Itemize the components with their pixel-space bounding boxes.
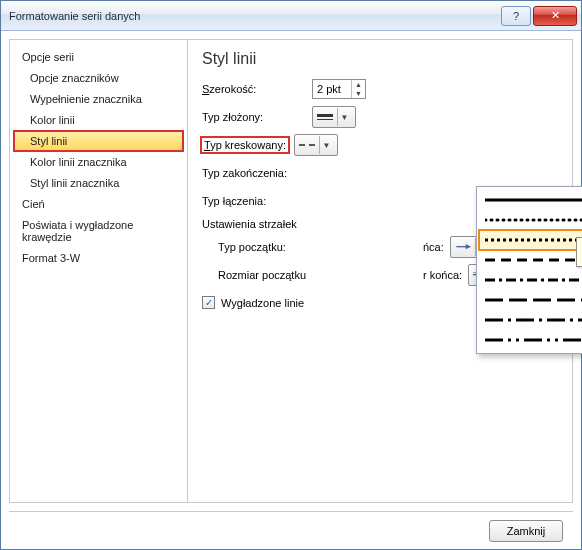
end-type-label-partial: ńca:: [423, 241, 444, 253]
panel-heading: Styl linii: [202, 50, 558, 68]
compound-type-combo[interactable]: ▼: [312, 106, 356, 128]
arrow-end-preview-icon: [455, 244, 471, 249]
dash-option-tooltip: Kwadratowa kropka: [576, 237, 582, 267]
nav-item-styl-linii[interactable]: Styl linii: [14, 131, 183, 151]
row-dash: Typ kreskowany: ▼: [202, 134, 558, 156]
nav-item-kolor-linii[interactable]: Kolor linii: [14, 110, 183, 130]
window-title: Formatowanie serii danych: [9, 10, 499, 22]
join-label: Typ łączenia:: [202, 195, 312, 207]
smoothed-label: Wygładzone linie: [221, 297, 304, 309]
close-button[interactable]: Zamknij: [489, 520, 563, 542]
dash-preview-icon: [299, 144, 315, 146]
dialog-body: Opcje serii Opcje znaczników Wypełnienie…: [1, 31, 581, 511]
cap-label: Typ zakończenia:: [202, 167, 312, 179]
nav-item-kolor-linii-znacznika[interactable]: Kolor linii znacznika: [14, 152, 183, 172]
spinner-up-icon[interactable]: ▲: [352, 80, 365, 89]
dash-option-long-dash-dot[interactable]: [480, 311, 582, 329]
width-spinner[interactable]: 2 pkt ▲ ▼: [312, 79, 366, 99]
help-icon: ?: [513, 10, 519, 22]
help-button[interactable]: ?: [501, 6, 531, 26]
category-nav: Opcje serii Opcje znaczników Wypełnienie…: [9, 39, 187, 503]
smoothed-checkbox[interactable]: ✓: [202, 296, 215, 309]
chevron-down-icon: ▼: [319, 136, 333, 154]
dash-option-dash-dot[interactable]: [480, 271, 582, 289]
width-value: 2 pkt: [313, 83, 351, 95]
dialog-window: Formatowanie serii danych ? ✕ Opcje seri…: [0, 0, 582, 550]
row-cap: Typ zakończenia:: [202, 162, 558, 184]
close-button-label: Zamknij: [507, 525, 546, 537]
dash-option-square-dot[interactable]: [480, 231, 582, 249]
width-label: Szerokość:: [202, 83, 312, 95]
compound-preview-icon: [317, 114, 333, 121]
settings-panel: Styl linii Szerokość: 2 pkt ▲ ▼ Typ złoż…: [187, 39, 573, 503]
spinner-down-icon[interactable]: ▼: [352, 89, 365, 98]
begin-type-label: Typ początku:: [218, 241, 328, 253]
close-icon: ✕: [551, 9, 560, 22]
dash-option-round-dot[interactable]: [480, 211, 582, 229]
nav-item-poswiata[interactable]: Poświata i wygładzone krawędzie: [14, 215, 183, 247]
end-size-label-partial: r końca:: [423, 269, 462, 281]
chevron-down-icon: ▼: [337, 108, 351, 126]
nav-item-opcje-znacznikow[interactable]: Opcje znaczników: [14, 68, 183, 88]
dash-label: Typ kreskowany:: [202, 138, 288, 152]
nav-item-opcje-serii[interactable]: Opcje serii: [14, 47, 183, 67]
titlebar: Formatowanie serii danych ? ✕: [1, 1, 581, 31]
row-width: Szerokość: 2 pkt ▲ ▼: [202, 78, 558, 100]
nav-item-wypelnienie-znacznika[interactable]: Wypełnienie znacznika: [14, 89, 183, 109]
dash-option-dash[interactable]: [480, 251, 582, 269]
spinner-arrows: ▲ ▼: [351, 80, 365, 98]
dash-option-long-dash-dot-dot[interactable]: [480, 331, 582, 349]
close-window-button[interactable]: ✕: [533, 6, 577, 26]
begin-size-label: Rozmiar początku: [218, 269, 328, 281]
row-compound: Typ złożony: ▼: [202, 106, 558, 128]
dash-option-long-dash[interactable]: [480, 291, 582, 309]
nav-item-styl-linii-znacznika[interactable]: Styl linii znacznika: [14, 173, 183, 193]
compound-label: Typ złożony:: [202, 111, 312, 123]
dialog-footer: Zamknij: [9, 511, 573, 549]
svg-marker-1: [465, 244, 470, 249]
dash-option-solid[interactable]: [480, 191, 582, 209]
dash-type-dropdown: [476, 186, 582, 354]
dash-type-combo[interactable]: ▼: [294, 134, 338, 156]
nav-item-cien[interactable]: Cień: [14, 194, 183, 214]
nav-item-format-3w[interactable]: Format 3-W: [14, 248, 183, 268]
